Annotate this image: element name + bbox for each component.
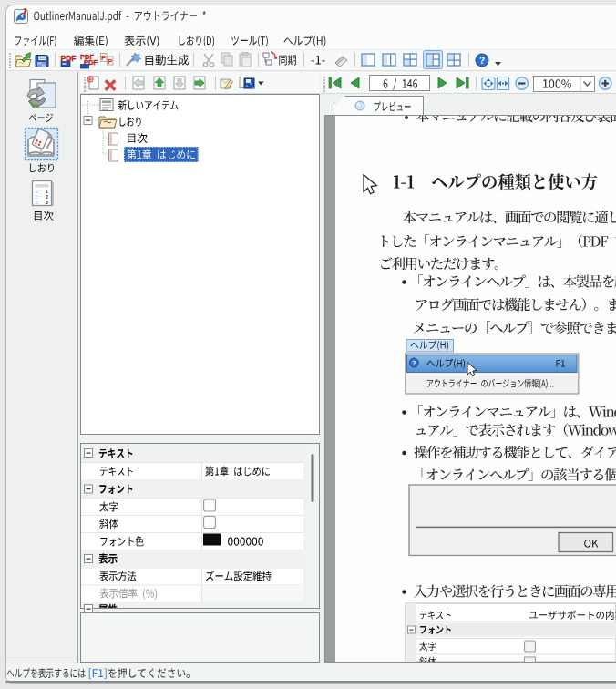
svg-text:3: 3 bbox=[46, 200, 48, 205]
svg-text:¦¦¦···: ¦¦¦··· bbox=[36, 200, 42, 204]
svg-text:P: P bbox=[108, 57, 113, 66]
svg-text:?: ? bbox=[479, 56, 485, 66]
svg-text:P: P bbox=[101, 54, 107, 62]
svg-text:?: ? bbox=[412, 359, 416, 367]
svg-text:PDF: PDF bbox=[61, 54, 77, 63]
svg-text:¦¦····: ¦¦···· bbox=[36, 194, 43, 199]
svg-text:¦¦¦···: ¦¦¦··· bbox=[36, 189, 42, 193]
